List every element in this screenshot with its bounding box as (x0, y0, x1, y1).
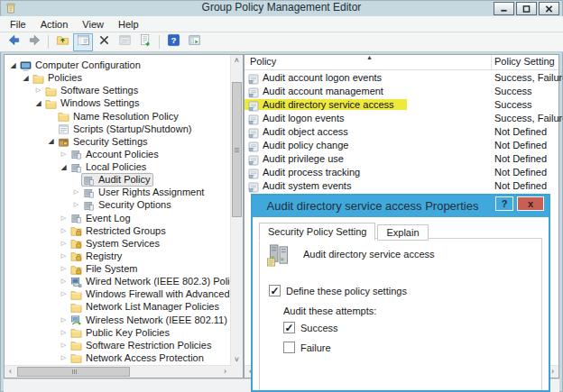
minimize-button[interactable] (494, 2, 514, 15)
expand-arrow-icon[interactable]: ▷ (59, 265, 69, 272)
tree-selection: Audit Policy (81, 173, 153, 187)
policy-row-audit-policy-change[interactable]: Audit policy changeNot Defined (245, 138, 558, 151)
scroll-down-icon[interactable]: ˅ (231, 354, 243, 366)
tree-item-security-settings[interactable]: ◢Security Settings (5, 135, 231, 148)
expand-arrow-icon[interactable]: ▷ (59, 214, 69, 222)
gpme-window: Group Policy Management Editor FileActio… (0, 0, 563, 392)
tree-item-restricted-groups[interactable]: ▷Restricted Groups (5, 224, 231, 237)
tree-vertical-scrollbar[interactable]: ˄ ˅ (230, 55, 243, 366)
column-header-policy[interactable]: Policy (250, 56, 276, 67)
tree-item-windows-settings[interactable]: ◢Windows Settings (5, 96, 231, 109)
new-window-button[interactable] (184, 33, 204, 51)
expand-arrow-icon[interactable]: ▷ (59, 354, 69, 361)
tree-item-registry[interactable]: ▷Registry (5, 250, 231, 262)
tree-item-computer-configuration[interactable]: ◢Computer Configuration (5, 59, 231, 71)
policy-row-audit-logon-events[interactable]: Audit logon eventsSuccess, Failure (245, 111, 558, 124)
expand-arrow-icon[interactable]: ▷ (59, 278, 69, 285)
collapse-arrow-icon[interactable]: ◢ (8, 61, 18, 69)
policy-row-audit-privilege-use[interactable]: Audit privilege useNot Defined (245, 151, 558, 165)
policy-row-audit-system-events[interactable]: Audit system eventsNot Defined (245, 178, 558, 192)
define-policy-settings-checkbox[interactable]: ✓ (269, 285, 281, 296)
scroll-up-icon[interactable]: ˄ (231, 55, 243, 67)
success-checkbox[interactable]: ✓ (283, 322, 295, 333)
expand-arrow-icon[interactable]: ▷ (59, 252, 69, 260)
tree-item-public-key-policies[interactable]: ▷Public Key Policies (5, 326, 231, 339)
scroll-right-icon[interactable]: › (219, 366, 231, 378)
close-button[interactable] (539, 2, 559, 15)
tree-item-network-access-protection[interactable]: ▷Network Access Protection (5, 351, 231, 364)
policy-row-audit-account-logon-events[interactable]: Audit account logon eventsSuccess, Failu… (245, 70, 558, 84)
maximize-button[interactable] (516, 2, 537, 15)
policy-cell: Audit process tracking (245, 167, 360, 178)
dialog-close-button[interactable]: x (517, 196, 544, 211)
expand-arrow-icon[interactable]: ▷ (59, 150, 69, 158)
collapse-arrow-icon[interactable]: ◢ (59, 163, 69, 171)
menu-file[interactable]: File (3, 19, 33, 30)
dialog-help-button[interactable]: ? (495, 196, 513, 211)
expand-arrow-icon[interactable]: ▷ (59, 329, 69, 336)
tree-item-software-restriction-policies[interactable]: ▷Software Restriction Policies (5, 339, 231, 351)
help-button[interactable]: ? (163, 33, 183, 51)
tree-item-software-settings[interactable]: ▷Software Settings (5, 84, 231, 96)
tree-item-scripts-startup-shutdown[interactable]: Scripts (Startup/Shutdown) (5, 123, 231, 135)
collapse-arrow-icon[interactable]: ◢ (33, 99, 43, 107)
tree-item-local-policies[interactable]: ◢Local Policies (5, 160, 231, 173)
dialog-tabs: Security Policy SettingExplain (259, 223, 430, 241)
back-button[interactable] (4, 33, 23, 51)
folder-lock-icon (70, 237, 83, 249)
column-header-policy-setting[interactable]: Policy Setting (494, 56, 555, 67)
tree-item-wireless-network-ieee-802-11-polici[interactable]: ▷Wireless Network (IEEE 802.11) Polici (5, 314, 231, 326)
tree-item-system-services[interactable]: ▷System Services (5, 237, 231, 250)
delete-button[interactable] (94, 33, 114, 51)
expand-arrow-icon[interactable]: ▷ (59, 240, 69, 247)
properties-button[interactable] (115, 33, 134, 51)
policy-cell: Audit object access (245, 126, 348, 137)
failure-checkbox[interactable] (283, 342, 295, 353)
menu-action[interactable]: Action (33, 19, 76, 30)
policy-row-audit-directory-service-access[interactable]: Audit directory service accessSuccess (245, 97, 558, 111)
policy-row-audit-account-management[interactable]: Audit account managementSuccess (245, 84, 558, 97)
tree-item-network-list-manager-policies[interactable]: Network List Manager Policies (5, 300, 231, 313)
collapse-arrow-icon[interactable]: ◢ (46, 137, 56, 145)
tree-item-name-resolution-policy[interactable]: Name Resolution Policy (5, 110, 231, 123)
policy-doc-icon (248, 180, 259, 191)
menu-help[interactable]: Help (111, 19, 146, 30)
toolbar-separator (48, 35, 49, 49)
tree-item-user-rights-assignment[interactable]: ▷User Rights Assignment (5, 186, 231, 198)
menu-view[interactable]: View (75, 19, 111, 30)
expand-arrow-icon[interactable]: ▷ (59, 342, 69, 349)
scrollbar-corner (231, 366, 243, 378)
tree-vscroll-thumb[interactable] (232, 82, 242, 217)
tree-item-security-options[interactable]: ▷Security Options (5, 198, 231, 211)
tree-item-audit-policy[interactable]: Audit Policy (5, 173, 231, 186)
wired-network-icon (70, 276, 83, 287)
export-list-button[interactable] (135, 33, 155, 51)
expand-arrow-icon[interactable]: ▷ (71, 201, 81, 208)
tree-item-account-policies[interactable]: ▷Account Policies (5, 148, 231, 160)
tree-item-content: Name Resolution Policy (56, 109, 182, 123)
collapse-arrow-icon[interactable]: ◢ (21, 74, 31, 82)
tab-security-policy-setting[interactable]: Security Policy Setting (259, 223, 375, 241)
scroll-left-icon[interactable]: ‹ (5, 366, 16, 378)
expand-arrow-icon[interactable]: ▷ (71, 188, 81, 196)
expand-arrow-icon[interactable]: ▷ (59, 316, 69, 324)
tree-horizontal-scrollbar[interactable]: ‹ › (5, 365, 231, 378)
tree-item-wired-network-ieee-802-3-policies[interactable]: ▷Wired Network (IEEE 802.3) Policies (5, 275, 231, 287)
up-one-level-button[interactable] (52, 33, 72, 51)
policy-row-audit-process-tracking[interactable]: Audit process trackingNot Defined (245, 165, 558, 178)
tree-item-policies[interactable]: ◢Policies (5, 71, 231, 84)
expand-arrow-icon[interactable]: ▷ (33, 87, 43, 94)
folder-icon (70, 288, 83, 300)
expand-arrow-icon[interactable]: ▷ (59, 290, 69, 297)
show-console-tree-button[interactable] (73, 33, 93, 51)
tree-item-file-system[interactable]: ▷File System (5, 262, 231, 275)
tab-explain[interactable]: Explain (377, 224, 428, 241)
expand-arrow-icon[interactable]: ▷ (59, 227, 69, 234)
column-divider[interactable] (491, 55, 492, 69)
tree-item-event-log[interactable]: ▷Event Log (5, 212, 231, 224)
policy-row-audit-object-access[interactable]: Audit object accessNot Defined (245, 124, 558, 138)
failure-label: Failure (300, 342, 331, 353)
tree-hscroll-thumb[interactable] (17, 367, 130, 377)
forward-button[interactable] (24, 33, 44, 51)
tree-item-windows-firewall-with-advanced-sec[interactable]: ▷Windows Firewall with Advanced Sec (5, 287, 231, 300)
